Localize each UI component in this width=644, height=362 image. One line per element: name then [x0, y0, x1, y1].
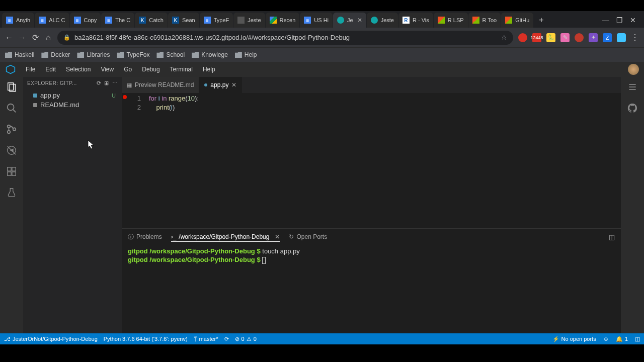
avatar[interactable]: [628, 64, 644, 75]
extension-icon[interactable]: [617, 33, 626, 42]
forward-button[interactable]: →: [18, 33, 26, 42]
browser-tab[interactable]: Recen: [266, 13, 300, 28]
url-input[interactable]: 🔒 ba2a8621-8f5f-48fe-a86c-c6901a206881.w…: [57, 31, 513, 45]
status-bell[interactable]: 🔔1: [616, 336, 628, 342]
new-file-icon[interactable]: ⊞: [104, 80, 109, 86]
extension-icon[interactable]: ✦: [589, 33, 598, 42]
terminal[interactable]: gitpod /workspace/Gitpod-Python-Debug $ …: [122, 245, 621, 333]
browser-tab[interactable]: Jeste: [233, 13, 265, 28]
close-icon[interactable]: ✕: [231, 81, 236, 88]
folder-icon: [156, 52, 164, 58]
extensions-icon[interactable]: [6, 165, 18, 177]
panel-tab-ports[interactable]: ↻Open Ports: [289, 232, 327, 241]
menu-debug[interactable]: Debug: [137, 64, 164, 75]
star-icon[interactable]: ☆: [501, 34, 507, 41]
error-icon: ⊘: [235, 336, 239, 342]
browser-menu-button[interactable]: ⋮: [631, 33, 639, 42]
browser-tab[interactable]: Jeste: [367, 13, 398, 28]
info-icon: ⓘ: [128, 233, 134, 241]
reload-button[interactable]: ⟳: [31, 33, 39, 42]
svg-rect-12: [12, 172, 16, 175]
panel-tab-terminal[interactable]: ›_/workspace/Gitpod-Python-Debug✕: [171, 232, 280, 242]
svg-point-6: [8, 131, 11, 134]
browser-tab[interactable]: ≡US Hi: [300, 13, 333, 28]
bookmark-folder[interactable]: School: [156, 51, 185, 58]
explorer-icon[interactable]: [6, 81, 18, 93]
explorer-sidebar: EXPLORER: GITP... ⟳ ⊞ ⋯ app.py U README.…: [23, 77, 122, 333]
minimize-button[interactable]: —: [602, 16, 609, 24]
gitpod-logo[interactable]: [0, 64, 21, 74]
back-button[interactable]: ←: [5, 33, 13, 42]
extension-icon[interactable]: Z: [603, 33, 612, 42]
close-window-button[interactable]: ✕: [630, 16, 636, 24]
close-icon[interactable]: ✕: [275, 233, 280, 240]
refresh-icon[interactable]: ⟳: [97, 80, 102, 86]
more-icon[interactable]: ⋯: [112, 80, 118, 86]
terminal-cursor: [262, 257, 266, 264]
browser-tab[interactable]: ≡TypeF: [200, 13, 233, 28]
bookmark-folder[interactable]: TypeFox: [117, 51, 149, 58]
svg-marker-0: [7, 65, 15, 74]
bookmark-folder[interactable]: Haskell: [5, 51, 34, 58]
extension-badge[interactable]: 12448: [532, 33, 541, 42]
browser-tab[interactable]: R LSP: [434, 13, 468, 28]
file-item[interactable]: README.md: [23, 100, 122, 110]
github-icon[interactable]: [626, 102, 638, 114]
menu-edit[interactable]: Edit: [41, 64, 60, 75]
menu-go[interactable]: Go: [119, 64, 136, 75]
editor-tab[interactable]: ▦ Preview README.md: [122, 77, 199, 93]
extension-icon[interactable]: [575, 33, 584, 42]
menu-terminal[interactable]: Terminal: [166, 64, 197, 75]
test-icon[interactable]: [6, 187, 18, 199]
bookmark-folder[interactable]: Docker: [41, 51, 70, 58]
svg-point-3: [8, 104, 14, 111]
editor-tab-active[interactable]: app.py ✕: [199, 77, 242, 93]
menu-selection[interactable]: Selection: [61, 64, 95, 75]
outline-icon[interactable]: [626, 81, 638, 93]
menu-file[interactable]: File: [21, 64, 40, 75]
status-python[interactable]: Python 3.7.6 64-bit ('3.7.6': pyenv): [104, 336, 188, 342]
extension-icon[interactable]: [518, 33, 527, 42]
browser-tab[interactable]: KSean: [168, 13, 199, 28]
warning-icon: ⚠: [247, 336, 252, 342]
code-editor[interactable]: 1 2 for i in range(10): print(i): [122, 93, 621, 228]
status-problems[interactable]: ⊘0 ⚠0: [235, 336, 257, 342]
browser-tab[interactable]: RR - Vis: [398, 13, 433, 28]
bookmark-bar: Haskell Docker Libraries TypeFox School …: [0, 47, 644, 62]
browser-tab[interactable]: GitHu: [501, 13, 533, 28]
breakpoint-icon[interactable]: [123, 95, 127, 99]
panel-layout-icon[interactable]: ◫: [609, 233, 615, 241]
browser-tab[interactable]: ≡Anyth: [2, 13, 34, 28]
browser-tab[interactable]: KCatch: [135, 13, 168, 28]
status-layout[interactable]: ◫: [635, 336, 640, 342]
status-feedback[interactable]: ☺: [603, 336, 609, 342]
extension-icon[interactable]: ✎: [560, 33, 570, 42]
home-button[interactable]: ⌂: [44, 33, 52, 42]
browser-tab[interactable]: ≡The C: [101, 13, 134, 28]
status-ports[interactable]: ⚡No open ports: [552, 336, 596, 342]
close-icon[interactable]: ✕: [357, 17, 362, 24]
status-sync[interactable]: ⟳: [224, 336, 229, 342]
file-item[interactable]: app.py U: [23, 90, 122, 100]
browser-tab[interactable]: R Too: [468, 13, 501, 28]
panel-tab-problems[interactable]: ⓘProblems: [128, 232, 162, 242]
menu-help[interactable]: Help: [198, 64, 220, 75]
svg-point-5: [8, 125, 11, 128]
browser-tab[interactable]: ≡ALC C: [35, 13, 69, 28]
plug-icon: ⚡: [552, 336, 559, 342]
status-branch[interactable]: ᛘmaster*: [194, 336, 218, 342]
bookmark-folder[interactable]: Help: [235, 51, 257, 58]
browser-tab[interactable]: ≡Copy: [70, 13, 101, 28]
source-control-icon[interactable]: [6, 123, 18, 135]
extension-icon[interactable]: 🐍: [546, 33, 555, 42]
status-repo[interactable]: ⎇JesterOrNot/Gitpod-Python-Debug: [4, 336, 98, 342]
code-content[interactable]: for i in range(10): print(i): [149, 93, 199, 228]
maximize-button[interactable]: ❐: [616, 16, 623, 24]
browser-tab-active[interactable]: Je✕: [333, 13, 366, 28]
debug-icon[interactable]: [6, 144, 18, 156]
bookmark-folder[interactable]: Libraries: [77, 51, 110, 58]
new-tab-button[interactable]: +: [534, 16, 548, 25]
bookmark-folder[interactable]: Knowlege: [192, 51, 228, 58]
menu-view[interactable]: View: [96, 64, 118, 75]
search-icon[interactable]: [6, 102, 18, 114]
